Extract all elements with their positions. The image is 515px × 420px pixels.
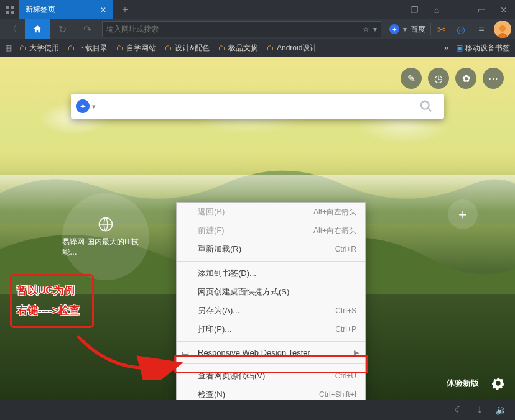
baidu-paw-icon: ✦ xyxy=(389,24,399,34)
experience-new-version-link[interactable]: 体验新版 xyxy=(447,378,479,389)
browser-tab[interactable]: 新标签页 ✕ xyxy=(19,0,113,19)
page-search-button[interactable] xyxy=(407,94,444,119)
folder-icon: 🗀 xyxy=(218,43,226,52)
bookmark-item[interactable]: 🗀设计&配色 xyxy=(165,43,210,53)
reload-button[interactable]: ↻ xyxy=(50,19,75,39)
bookmark-item[interactable]: 🗀下载目录 xyxy=(68,43,108,53)
context-menu-label: 检查(N) xyxy=(198,389,225,400)
context-menu-label: 另存为(A)... xyxy=(198,305,239,316)
download-icon[interactable]: ⤓ xyxy=(469,404,490,416)
context-menu-shortcut: Ctrl+R xyxy=(335,245,356,253)
folder-icon: 🗀 xyxy=(165,43,172,52)
context-menu-item[interactable]: 网页创建桌面快捷方式(S) xyxy=(177,283,365,301)
bookmark-label: 设计&配色 xyxy=(175,43,210,53)
close-tab-icon[interactable]: ✕ xyxy=(100,6,106,14)
folder-icon: 🗀 xyxy=(19,43,27,52)
bookmark-item[interactable]: 🗀Android设计 xyxy=(267,43,317,53)
svg-point-5 xyxy=(420,101,429,109)
annotation-line-2: 右键---->检查 xyxy=(17,301,87,321)
home-button[interactable] xyxy=(25,19,50,39)
context-menu-item[interactable]: 查看网页源代码(V)Ctrl+U xyxy=(177,367,365,385)
tutorial-annotation: 暂以UC为例 右键---->检查 xyxy=(10,274,94,328)
svg-rect-2 xyxy=(6,11,9,14)
bottom-right-controls: 体验新版 xyxy=(447,375,506,391)
annotation-line-1: 暂以UC为例 xyxy=(17,281,87,301)
mobile-bookmarks[interactable]: ▣ 移动设备书签 xyxy=(456,43,510,53)
gear-icon[interactable] xyxy=(490,375,506,391)
more-icon[interactable]: ⋯ xyxy=(483,68,504,89)
scissors-extension-icon[interactable]: ✂ xyxy=(431,19,451,39)
speed-dial-label: 易译网-国内最大的IT技能… xyxy=(62,237,149,258)
context-menu-label: 打印(P)... xyxy=(198,324,231,335)
bookmarks-overflow-icon[interactable]: » xyxy=(444,43,448,52)
speed-dial-item[interactable]: 易译网-国内最大的IT技能… xyxy=(62,193,149,280)
app-logo xyxy=(0,0,19,19)
moon-icon[interactable]: ☾ xyxy=(448,404,469,416)
baidu-paw-icon: ✦ xyxy=(76,99,90,113)
context-menu-item: 返回(B)Alt+向左箭头 xyxy=(177,203,365,221)
back-button[interactable]: 〈 xyxy=(0,19,25,39)
minimize-icon[interactable]: — xyxy=(448,5,470,15)
context-menu-shortcut: Ctrl+S xyxy=(335,306,356,315)
window-controls: ❐ ⌂ — ▭ ✕ xyxy=(403,0,515,19)
close-window-icon[interactable]: ✕ xyxy=(493,5,515,15)
context-menu-shortcut: Alt+向右箭头 xyxy=(313,226,356,236)
bookmark-label: Android设计 xyxy=(277,43,317,53)
page-search-engine-selector[interactable]: ✦ ▾ xyxy=(71,99,101,113)
bookmark-label: 极品文摘 xyxy=(228,43,258,53)
context-menu-label: 网页创建桌面快捷方式(S) xyxy=(198,286,289,298)
new-tab-page: ✎ ◷ ✿ ⋯ ✦ ▾ 易译网-国内最大的IT技能… ＋ 返回(B)Alt+向左… xyxy=(0,57,515,400)
context-menu-item[interactable]: ▭Responsive Web Design Tester▶ xyxy=(177,344,365,361)
bookmark-item[interactable]: 🗀极品文摘 xyxy=(218,43,258,53)
forward-button[interactable]: ↷ xyxy=(75,19,100,39)
svg-rect-0 xyxy=(6,6,9,9)
maximize-icon[interactable]: ▭ xyxy=(470,5,493,15)
skin-icon[interactable]: ⌂ xyxy=(425,5,448,15)
context-menu-item[interactable]: 打印(P)...Ctrl+P xyxy=(177,320,365,339)
folder-icon: 🗀 xyxy=(116,43,124,52)
history-icon[interactable]: ◷ xyxy=(428,68,449,89)
context-menu-label: 重新加载(R) xyxy=(198,244,241,255)
svg-point-4 xyxy=(499,25,506,32)
apps-icon[interactable]: ▦ xyxy=(5,43,12,52)
volume-icon[interactable]: 🔉 xyxy=(490,404,511,416)
tab-title: 新标签页 xyxy=(26,4,55,15)
bookmark-label: 自学网站 xyxy=(126,43,156,53)
address-input[interactable] xyxy=(106,25,359,34)
svg-rect-1 xyxy=(11,6,14,9)
responsive-tester-icon: ▭ xyxy=(182,348,189,357)
context-menu-item[interactable]: 另存为(A)...Ctrl+S xyxy=(177,301,365,320)
context-menu-label: 前进(F) xyxy=(198,225,225,236)
mobile-bookmarks-label: 移动设备书签 xyxy=(465,43,510,53)
page-search-input[interactable] xyxy=(101,101,407,111)
context-menu-item[interactable]: 添加到书签(D)... xyxy=(177,264,365,283)
context-menu-separator xyxy=(177,363,365,364)
context-menu-item[interactable]: 检查(N)Ctrl+Shift+I xyxy=(177,385,365,400)
search-engine-name: 百度 xyxy=(411,24,425,35)
mobile-bookmarks-icon: ▣ xyxy=(456,43,463,52)
bookmark-item[interactable]: 🗀自学网站 xyxy=(116,43,156,53)
new-tab-button[interactable]: ＋ xyxy=(113,0,137,19)
context-menu-item: 前进(F)Alt+向右箭头 xyxy=(177,221,365,240)
palette-icon[interactable]: ✿ xyxy=(455,68,476,89)
star-icon[interactable]: ☆ xyxy=(363,25,369,34)
address-bar[interactable]: ☆ ▾ xyxy=(102,21,381,37)
navigation-bar: 〈 ↻ ↷ ☆ ▾ ✦ ▾ 百度 ✂ ◎ ≡ xyxy=(0,19,515,39)
context-menu-label: 返回(B) xyxy=(198,206,225,217)
context-menu-separator xyxy=(177,341,365,342)
context-menu-shortcut: Ctrl+U xyxy=(335,372,356,380)
bookmarks-bar: ▦ 🗀大学使用🗀下载目录🗀自学网站🗀设计&配色🗀极品文摘🗀Android设计 »… xyxy=(0,39,515,57)
context-menu-separator xyxy=(177,261,365,262)
target-extension-icon[interactable]: ◎ xyxy=(451,19,471,39)
svg-rect-3 xyxy=(11,11,14,14)
status-bar: ☾ ⤓ 🔉 xyxy=(0,400,515,420)
search-engine-selector[interactable]: ✦ ▾ 百度 xyxy=(384,19,430,39)
context-menu-item[interactable]: 重新加载(R)Ctrl+R xyxy=(177,240,365,258)
menu-button[interactable]: ≡ xyxy=(471,19,491,39)
bookmark-item[interactable]: 🗀大学使用 xyxy=(19,43,59,53)
add-speed-dial-button[interactable]: ＋ xyxy=(448,199,478,229)
edit-icon[interactable]: ✎ xyxy=(401,68,422,89)
clone-window-icon[interactable]: ❐ xyxy=(403,5,425,15)
profile-avatar[interactable] xyxy=(494,21,511,38)
bookmark-label: 下载目录 xyxy=(78,43,108,53)
